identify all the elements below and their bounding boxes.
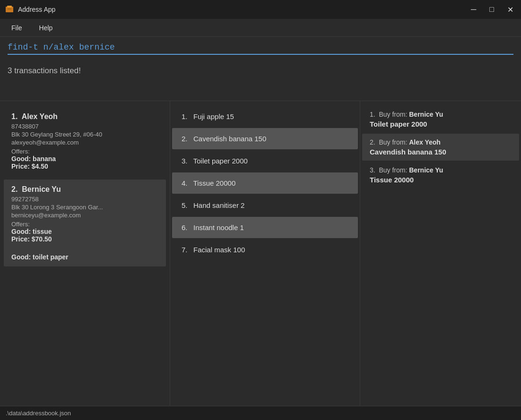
person-email-1: alexyeoh@example.com (11, 139, 158, 146)
close-button[interactable]: ✕ (504, 4, 516, 15)
output-text: 3 transactions listed! (8, 66, 81, 75)
person-good-1: Good: banana (11, 155, 158, 163)
panel-goods: 1. Fuji apple 15 2. Cavendish banana 150… (170, 101, 360, 406)
transaction-from-1: Bernice Yu (409, 111, 443, 118)
panel-people: 1. Alex Yeoh 87438807 Blk 30 Geylang Str… (0, 101, 170, 406)
title-bar: Address App ─ □ ✕ (0, 0, 521, 19)
person-phone-1: 87438807 (11, 123, 158, 130)
transaction-item-1[interactable]: 1. Buy from: Bernice Yu Toilet paper 200… (362, 106, 519, 133)
svg-rect-1 (7, 6, 12, 8)
svg-rect-2 (8, 9, 11, 9)
menu-bar: File Help (0, 19, 521, 37)
transaction-header-2: 2. Buy from: Alex Yeoh (370, 138, 512, 146)
title-text: Address App (18, 6, 55, 13)
person-address-1: Blk 30 Geylang Street 29, #06-40 (11, 131, 158, 138)
person-card-2[interactable]: 2. Bernice Yu 99272758 Blk 30 Lorong 3 S… (4, 180, 166, 266)
person-phone-2: 99272758 (11, 196, 158, 203)
transaction-from-2: Alex Yeoh (409, 138, 441, 146)
command-area (0, 37, 521, 59)
person-address-2: Blk 30 Lorong 3 Serangoon Gar... (11, 204, 158, 211)
transaction-item-2[interactable]: 2. Buy from: Alex Yeoh Cavendish banana … (362, 134, 519, 161)
good-item-4[interactable]: 4. Tissue 20000 (172, 172, 358, 194)
window-controls: ─ □ ✕ (468, 4, 516, 15)
person-price-1: Price: $4.50 (11, 163, 158, 170)
person-card-1[interactable]: 1. Alex Yeoh 87438807 Blk 30 Geylang Str… (4, 107, 166, 178)
transaction-detail-1: Toilet paper 2000 (370, 120, 512, 128)
person-name-2: 2. Bernice Yu (11, 185, 158, 194)
person-offers-label-1: Offers: (11, 148, 158, 155)
maximize-button[interactable]: □ (486, 4, 497, 15)
title-bar-left: Address App (5, 5, 55, 14)
good-item-3[interactable]: 3. Toilet paper 2000 (172, 150, 358, 171)
person-email-2: berniceyu@example.com (11, 212, 158, 219)
person-extra-good-2: Good: toilet paper (11, 253, 158, 261)
good-item-1[interactable]: 1. Fuji apple 15 (172, 106, 358, 127)
status-text: .\data\addressbook.json (6, 410, 71, 417)
good-item-5[interactable]: 5. Hand sanitiser 2 (172, 195, 358, 216)
good-item-2[interactable]: 2. Cavendish banana 150 (172, 128, 358, 149)
menu-help[interactable]: Help (35, 22, 57, 34)
good-item-7[interactable]: 7. Facial mask 100 (172, 239, 358, 260)
transaction-header-3: 3. Buy from: Bernice Yu (370, 166, 512, 174)
person-name-1: 1. Alex Yeoh (11, 112, 158, 121)
minimize-button[interactable]: ─ (468, 4, 479, 15)
panels: 1. Alex Yeoh 87438807 Blk 30 Geylang Str… (0, 101, 521, 406)
output-area: 3 transactions listed! (0, 59, 521, 101)
app-icon (5, 5, 14, 14)
panel-transactions: 1. Buy from: Bernice Yu Toilet paper 200… (360, 101, 521, 406)
transaction-header-1: 1. Buy from: Bernice Yu (370, 111, 512, 118)
transaction-detail-2: Cavendish banana 150 (370, 148, 512, 156)
status-bar: .\data\addressbook.json (0, 406, 521, 420)
good-item-6[interactable]: 6. Instant noodle 1 (172, 217, 358, 238)
command-input[interactable] (8, 43, 513, 55)
transaction-from-3: Bernice Yu (409, 166, 443, 174)
person-good-2: Good: tissue (11, 228, 158, 235)
menu-file[interactable]: File (8, 22, 26, 34)
person-price-2: Price: $70.50 (11, 235, 158, 243)
person-offers-label-2: Offers: (11, 221, 158, 228)
transaction-item-3[interactable]: 3. Buy from: Bernice Yu Tissue 20000 (362, 162, 519, 189)
transaction-detail-3: Tissue 20000 (370, 176, 512, 184)
